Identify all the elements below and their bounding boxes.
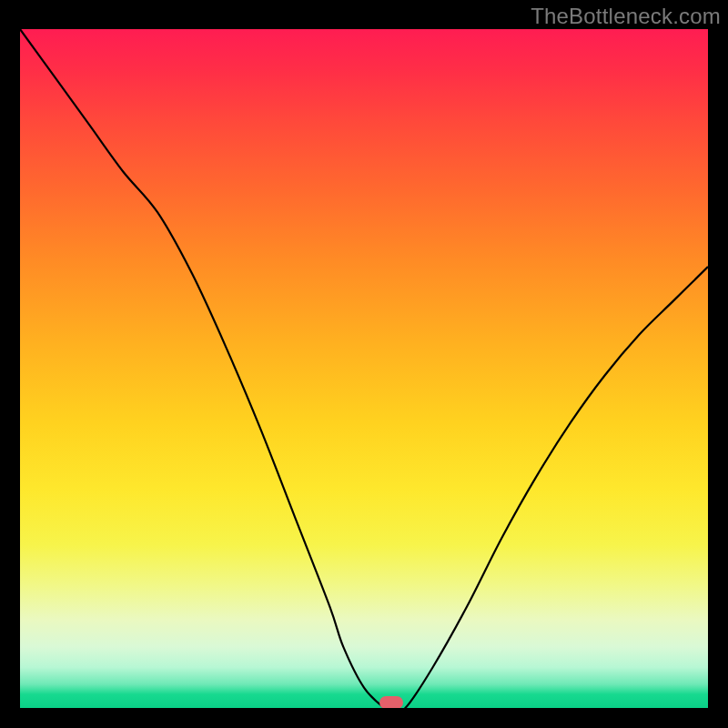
optimal-marker — [379, 696, 403, 708]
chart-container: TheBottleneck.com — [0, 0, 728, 728]
bottleneck-curve — [20, 29, 708, 708]
curve-path — [20, 29, 708, 708]
watermark-text: TheBottleneck.com — [531, 4, 721, 29]
plot-area — [20, 29, 708, 708]
